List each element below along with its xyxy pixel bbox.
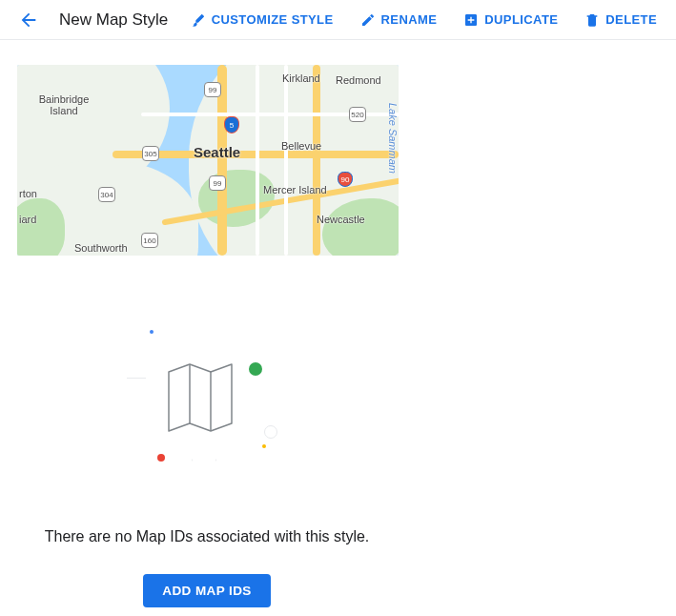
empty-state-message: There are no Map IDs associated with thi… (45, 528, 370, 545)
map-label-seattle: Seattle (194, 144, 240, 160)
route-shield-520: 520 (349, 107, 366, 122)
interstate-shield-5: 5 (224, 116, 239, 133)
route-shield-160: 160 (141, 233, 158, 248)
add-map-ids-button[interactable]: Add Map IDs (143, 574, 270, 607)
page-title: New Map Style (59, 10, 168, 30)
rename-label: Rename (381, 12, 438, 27)
duplicate-button[interactable]: Duplicate (452, 7, 569, 33)
arrow-left-icon (18, 10, 39, 31)
route-shield-99a: 99 (204, 82, 221, 97)
route-shield-304: 304 (98, 187, 115, 202)
map-label-rton: rton (19, 188, 37, 199)
route-shield-99b: 99 (209, 175, 226, 191)
delete-label: Delete (605, 12, 657, 27)
map-label-kirkland: Kirkland (282, 72, 320, 84)
map-label-bainbridge: Bainbridge Island (34, 93, 93, 116)
map-label-southworth: Southworth (74, 242, 128, 254)
customize-style-label: Customize Style (212, 12, 334, 27)
map-label-redmond: Redmond (336, 74, 381, 86)
duplicate-label: Duplicate (484, 12, 558, 27)
map-label-bellevue: Bellevue (281, 140, 321, 152)
map-label-lake: Lake Sammam (387, 103, 399, 174)
folded-map-icon (161, 357, 245, 441)
map-preview: Seattle Bellevue Kirkland Redmond Bainbr… (17, 65, 399, 256)
delete-button[interactable]: Delete (573, 7, 668, 33)
duplicate-icon (463, 12, 479, 28)
map-label-iard: iard (19, 214, 36, 225)
customize-style-button[interactable]: Customize Style (179, 7, 345, 33)
rename-button[interactable]: Rename (349, 7, 449, 33)
interstate-shield-90: 90 (338, 172, 353, 187)
brush-icon (191, 12, 206, 28)
map-label-newcastle: Newcastle (317, 214, 365, 225)
route-shield-305: 305 (142, 146, 159, 161)
empty-state-illustration (131, 322, 283, 475)
map-label-mercer: Mercer Island (263, 184, 327, 195)
pencil-icon (360, 12, 376, 28)
page-header: New Map Style Customize Style Rename Dup… (0, 0, 676, 40)
empty-state: There are no Map IDs associated with thi… (0, 322, 414, 607)
back-button[interactable] (13, 5, 44, 35)
trash-icon (584, 12, 600, 28)
header-actions: Customize Style Rename Duplicate Delete (179, 7, 668, 33)
